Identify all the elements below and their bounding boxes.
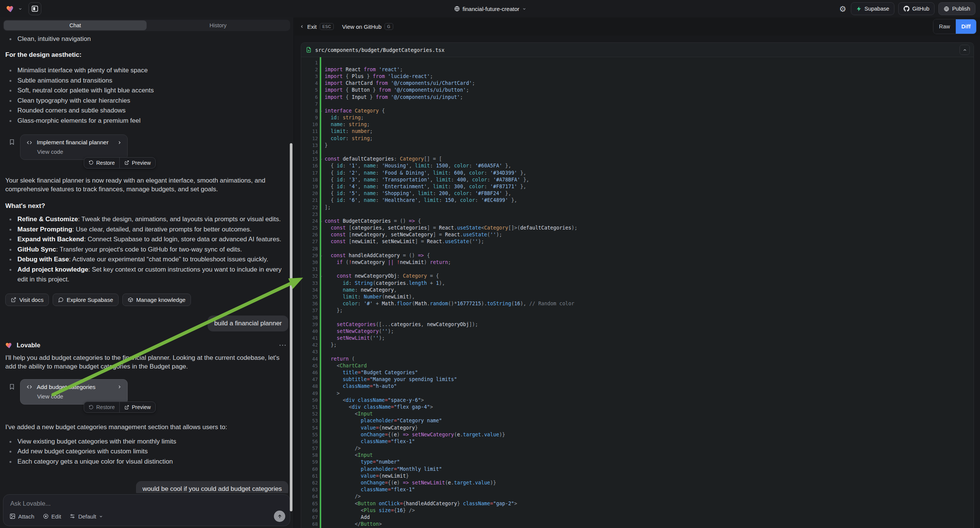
chat-panel: Chat History Clean, intuitive navigation…	[0, 17, 294, 528]
bookmark-icon[interactable]	[9, 383, 15, 391]
line-number: 46	[301, 370, 318, 375]
code-line: 21 { id: '6', name: 'Healthcare', limit:…	[301, 197, 974, 204]
restore-button[interactable]: Restore	[84, 157, 119, 168]
code-text: subtitle="Manage your spending limits"	[318, 377, 457, 382]
preview-button[interactable]: Preview	[120, 157, 155, 168]
send-button[interactable]	[274, 511, 285, 522]
github-button[interactable]: GitHub	[898, 2, 935, 15]
code-text: const newCategoryObj: Category = {	[318, 273, 439, 279]
fold-chevron-icon[interactable]: ⌄	[320, 219, 322, 222]
chevron-down-icon	[99, 514, 103, 518]
line-number: 9	[301, 115, 318, 121]
line-number: 3	[301, 73, 318, 79]
line-number: 54	[301, 425, 318, 431]
view-code-link[interactable]: View code	[37, 148, 122, 155]
code-line: 24⌄const BudgetCategories = () => {	[301, 218, 974, 224]
raw-toggle-button[interactable]: Raw	[934, 19, 956, 34]
settings-gear-icon[interactable]: ⚙	[839, 5, 846, 13]
code-text: id: string;	[318, 115, 364, 121]
code-editor[interactable]: 12import React from 'react';3import { Pl…	[301, 57, 974, 528]
code-action-card-add-budget-categories[interactable]: Add budget categories View code	[20, 379, 128, 404]
mode-select[interactable]: Default	[69, 513, 103, 520]
project-switcher[interactable]: financial-future-creator	[454, 0, 526, 17]
code-line: 11 limit: number;	[301, 128, 974, 135]
line-number: 24⌄	[301, 218, 318, 224]
prompt-input[interactable]: Ask Lovable...	[10, 500, 51, 507]
fold-chevron-icon[interactable]: ⌄	[320, 108, 322, 112]
code-line: 43	[301, 348, 974, 355]
bookmark-icon[interactable]	[9, 138, 15, 146]
code-line: 38	[301, 314, 974, 321]
code-text: color: string;	[318, 135, 373, 141]
list-item: Soft, neutral color palette with light b…	[5, 86, 288, 96]
exit-button[interactable]: Exit ESC	[300, 23, 334, 30]
line-number: 48	[301, 383, 318, 389]
code-body: 12import React from 'react';3import { Pl…	[301, 59, 974, 528]
view-on-github-button[interactable]: View on GitHub G	[342, 23, 393, 30]
line-number: 2	[301, 67, 318, 72]
code-line: 51 <div className="flex gap-4">	[301, 403, 974, 410]
preview-button[interactable]: Preview	[120, 402, 155, 412]
image-icon	[10, 513, 16, 519]
code-line: 61 value={newLimit}	[301, 472, 974, 479]
list-item: Master Prompting: Use clear, detailed, a…	[5, 224, 288, 235]
edit-mode-button[interactable]: Edit	[43, 513, 61, 520]
logo-chevron-down-icon[interactable]	[18, 7, 22, 11]
toggle-sidebar-button[interactable]	[29, 2, 41, 15]
code-text: title="Budget Categories"	[318, 370, 418, 375]
code-line: 52 <Input	[301, 410, 974, 417]
code-action-card-implement-financial-planner[interactable]: Implement financial planner View code	[20, 134, 128, 160]
line-number: 61	[301, 473, 318, 479]
code-viewer: src/components/budget/BudgetCategories.t…	[301, 43, 974, 528]
manage-knowledge-button[interactable]: Manage knowledge	[123, 294, 191, 306]
supabase-button[interactable]: Supabase	[851, 2, 894, 15]
project-name: financial-future-creator	[463, 6, 519, 12]
whats-next-heading: What's next?	[5, 202, 288, 211]
lovable-logo-heart-icon[interactable]	[6, 4, 15, 13]
visit-docs-button[interactable]: Visit docs	[5, 294, 49, 306]
line-number: 19	[301, 184, 318, 189]
line-number: 51	[301, 404, 318, 410]
supabase-bolt-icon	[856, 6, 862, 12]
attach-button[interactable]: Attach	[10, 513, 35, 520]
line-number: 4	[301, 80, 318, 86]
code-text: <Input	[318, 411, 373, 417]
code-line: 36 color: '#' + Math.floor(Math.random()…	[301, 301, 974, 307]
chat-scrollbar[interactable]	[290, 143, 293, 511]
collapse-file-button[interactable]	[959, 45, 970, 55]
file-added-icon	[306, 46, 312, 53]
chat-messages[interactable]: Clean, intuitive navigation For the desi…	[0, 33, 294, 493]
restore-button[interactable]: Restore	[84, 402, 119, 412]
list-item: View existing budget categories with the…	[5, 437, 288, 447]
code-line: 45 <ChartCard	[301, 362, 974, 369]
publish-globe-icon	[943, 6, 949, 12]
code-line: 13}	[301, 142, 974, 148]
tab-history[interactable]: History	[146, 21, 290, 30]
code-text: name: string;	[318, 122, 370, 127]
view-code-link[interactable]: View code	[37, 393, 122, 399]
fold-chevron-icon[interactable]: ⌄	[320, 253, 322, 257]
line-number: 60	[301, 466, 318, 472]
code-line: 5import { Button } from '@/components/ui…	[301, 87, 974, 94]
code-text: name: newCategory,	[318, 287, 397, 293]
code-line: 57 />	[301, 445, 974, 452]
more-options-icon[interactable]	[279, 344, 288, 346]
prompt-composer[interactable]: Ask Lovable... Attach Edit Default	[3, 494, 290, 526]
explore-supabase-button[interactable]: Explore Supabase	[52, 294, 119, 306]
code-text: limit: Number(newLimit),	[318, 294, 415, 300]
tab-chat[interactable]: Chat	[4, 21, 146, 30]
fold-chevron-icon[interactable]: ⌄	[320, 156, 322, 160]
restore-icon	[89, 160, 94, 165]
file-path-bar[interactable]: src/components/budget/BudgetCategories.t…	[301, 43, 974, 57]
code-line: 28	[301, 245, 974, 252]
list-item: Debug with Ease: Activate our experiment…	[5, 254, 288, 265]
line-number: 32⌄	[301, 273, 318, 279]
code-line: 35 limit: Number(newLimit),	[301, 293, 974, 300]
fold-chevron-icon[interactable]: ⌄	[320, 274, 322, 277]
line-number: 5	[301, 87, 318, 93]
diff-toggle-button[interactable]: Diff	[956, 19, 976, 34]
publish-button[interactable]: Publish	[938, 2, 975, 15]
code-text: />	[318, 445, 361, 451]
restore-preview-pill: Restore Preview	[84, 157, 156, 169]
line-number: 36	[301, 301, 318, 307]
